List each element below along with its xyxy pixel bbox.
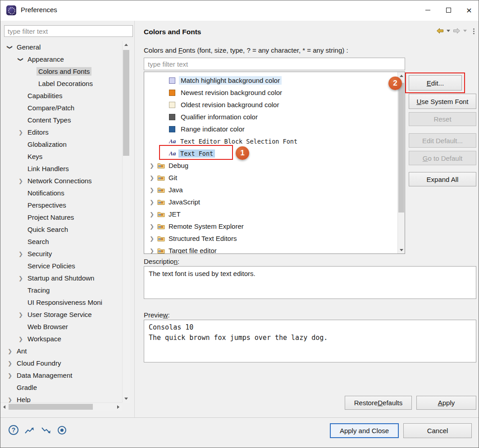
- scrollbar-thumb[interactable]: [123, 50, 129, 156]
- scroll-down-button[interactable]: [123, 395, 130, 403]
- list-item-oldest-revision-background-color[interactable]: Oldest revision background color: [144, 99, 397, 111]
- back-history-dropdown-icon[interactable]: [447, 30, 450, 32]
- list-item-structured-text-editors[interactable]: ❯Structured Text Editors: [144, 232, 397, 244]
- expander-right-icon[interactable]: ❯: [16, 275, 26, 281]
- sidebar-vertical-scrollbar[interactable]: [122, 41, 130, 403]
- sidebar-item-security[interactable]: ❯Security: [0, 248, 122, 260]
- sidebar-item-general[interactable]: ❯General: [0, 41, 122, 53]
- sidebar-item-globalization[interactable]: Globalization: [0, 138, 122, 150]
- sidebar-item-label-decorations[interactable]: Label Decorations: [0, 77, 122, 90]
- scroll-up-button[interactable]: [123, 41, 130, 49]
- scrollbar-thumb[interactable]: [9, 404, 93, 410]
- list-vertical-scrollbar[interactable]: [397, 72, 405, 253]
- view-menu-icon[interactable]: [473, 28, 474, 30]
- expander-right-icon[interactable]: ❯: [150, 187, 157, 193]
- list-item-match-highlight-background-color[interactable]: Match highlight background color: [144, 74, 397, 86]
- export-wizard-icon[interactable]: [24, 426, 35, 434]
- expander-right-icon[interactable]: ❯: [16, 129, 26, 136]
- restore-defaults-button[interactable]: Restore Defaults: [345, 396, 412, 410]
- sidebar-item-editors[interactable]: ❯Editors: [0, 126, 122, 138]
- list-item-javascript[interactable]: ❯JavaScript: [144, 196, 397, 208]
- sidebar-item-ant[interactable]: ❯Ant: [0, 345, 122, 357]
- expander-right-icon[interactable]: ❯: [16, 336, 26, 342]
- scroll-down-button[interactable]: [398, 246, 405, 253]
- sidebar-item-colors-and-fonts[interactable]: Colors and Fonts: [0, 65, 122, 77]
- sidebar-item-search[interactable]: Search: [0, 235, 122, 248]
- preference-recorder-icon[interactable]: [58, 426, 66, 434]
- sidebar-horizontal-scrollbar[interactable]: [0, 403, 122, 411]
- expander-right-icon[interactable]: ❯: [16, 251, 26, 257]
- forward-arrow-icon[interactable]: [453, 28, 461, 34]
- cancel-button[interactable]: Cancel: [403, 423, 472, 438]
- list-item-jet[interactable]: ❯JET: [144, 208, 397, 220]
- sidebar-item-project-natures[interactable]: Project Natures: [0, 211, 122, 223]
- scroll-up-button[interactable]: [398, 72, 405, 79]
- expander-right-icon[interactable]: ❯: [5, 360, 15, 367]
- import-wizard-icon[interactable]: [41, 426, 52, 434]
- sidebar-item-keys[interactable]: Keys: [0, 150, 122, 163]
- sidebar-item-help[interactable]: ❯Help: [0, 394, 122, 403]
- help-icon[interactable]: ?: [9, 425, 18, 435]
- list-item-target-file-editor[interactable]: ❯Target file editor: [144, 244, 397, 253]
- sidebar-item-link-handlers[interactable]: Link Handlers: [0, 163, 122, 175]
- back-arrow-icon[interactable]: [436, 28, 444, 34]
- sidebar-item-ui-responsiveness-moni[interactable]: UI Responsiveness Moni: [0, 296, 122, 308]
- expander-right-icon[interactable]: ❯: [150, 248, 157, 254]
- expander-right-icon[interactable]: ❯: [150, 235, 157, 242]
- expand-all-button[interactable]: Expand All: [409, 172, 476, 186]
- scroll-left-button[interactable]: [0, 403, 8, 411]
- sidebar-item-cloud-foundry[interactable]: ❯Cloud Foundry: [0, 357, 122, 369]
- expander-right-icon[interactable]: ❯: [5, 397, 15, 403]
- list-item-text-font[interactable]: AaText Font: [144, 147, 397, 159]
- scrollbar-thumb[interactable]: [398, 83, 404, 213]
- sidebar-item-network-connections[interactable]: ❯Network Connections: [0, 175, 122, 187]
- expander-right-icon[interactable]: ❯: [150, 175, 157, 181]
- minimize-button[interactable]: [417, 0, 438, 19]
- forward-history-dropdown-icon[interactable]: [463, 30, 467, 32]
- sidebar-item-startup-and-shutdown[interactable]: ❯Startup and Shutdown: [0, 272, 122, 284]
- list-item-newest-revision-background-color[interactable]: Newest revision background color: [144, 86, 397, 99]
- expander-right-icon[interactable]: ❯: [16, 312, 26, 318]
- expander-right-icon[interactable]: ❯: [5, 348, 15, 354]
- sidebar-item-tracing[interactable]: Tracing: [0, 284, 122, 296]
- sidebar-item-perspectives[interactable]: Perspectives: [0, 199, 122, 211]
- sidebar-item-gradle[interactable]: Gradle: [0, 381, 122, 394]
- close-button[interactable]: ×: [459, 0, 479, 19]
- edit-button[interactable]: Edit...: [409, 75, 462, 91]
- list-item-qualifier-information-color[interactable]: Qualifier information color: [144, 111, 397, 123]
- expander-right-icon[interactable]: ❯: [150, 223, 157, 230]
- expander-down-icon[interactable]: ❯: [7, 42, 13, 52]
- expander-right-icon[interactable]: ❯: [16, 178, 26, 184]
- list-item-text-editor-block-selection-font[interactable]: AaText Editor Block Selection Font: [144, 135, 397, 147]
- apply-button[interactable]: Apply: [416, 396, 476, 410]
- expander-right-icon[interactable]: ❯: [5, 372, 15, 379]
- use-system-font-button[interactable]: Use System Font: [409, 94, 476, 109]
- category-folder-icon: [157, 163, 167, 169]
- sidebar-item-content-types[interactable]: Content Types: [0, 114, 122, 126]
- sidebar-item-label: Link Handlers: [26, 164, 71, 173]
- list-item-debug[interactable]: ❯Debug: [144, 159, 397, 172]
- apply-and-close-button[interactable]: Apply and Close: [330, 423, 399, 438]
- sidebar-item-compare-patch[interactable]: Compare/Patch: [0, 102, 122, 114]
- expander-down-icon[interactable]: ❯: [18, 54, 24, 64]
- list-item-java[interactable]: ❯Java: [144, 184, 397, 196]
- sidebar-item-capabilities[interactable]: Capabilities: [0, 90, 122, 102]
- sidebar-item-quick-search[interactable]: Quick Search: [0, 223, 122, 235]
- list-item-remote-system-explorer[interactable]: ❯Remote System Explorer: [144, 220, 397, 232]
- sidebar-item-appearance[interactable]: ❯Appearance: [0, 53, 122, 65]
- sidebar-item-notifications[interactable]: Notifications: [0, 187, 122, 199]
- list-item-git[interactable]: ❯Git: [144, 172, 397, 184]
- sidebar-item-workspace[interactable]: ❯Workspace: [0, 333, 122, 345]
- sidebar-item-service-policies[interactable]: Service Policies: [0, 260, 122, 272]
- sidebar-item-data-management[interactable]: ❯Data Management: [0, 369, 122, 381]
- expander-right-icon[interactable]: ❯: [150, 199, 157, 205]
- expander-right-icon[interactable]: ❯: [150, 163, 157, 169]
- expander-right-icon[interactable]: ❯: [150, 211, 157, 217]
- sidebar-filter-input[interactable]: [4, 25, 133, 37]
- scroll-right-button[interactable]: [114, 403, 122, 411]
- maximize-button[interactable]: [438, 0, 459, 19]
- sidebar-item-web-browser[interactable]: Web Browser: [0, 321, 122, 333]
- colors-fonts-filter-input[interactable]: [144, 58, 405, 70]
- list-item-range-indicator-color[interactable]: Range indicator color: [144, 123, 397, 135]
- sidebar-item-user-storage-service[interactable]: ❯User Storage Service: [0, 308, 122, 321]
